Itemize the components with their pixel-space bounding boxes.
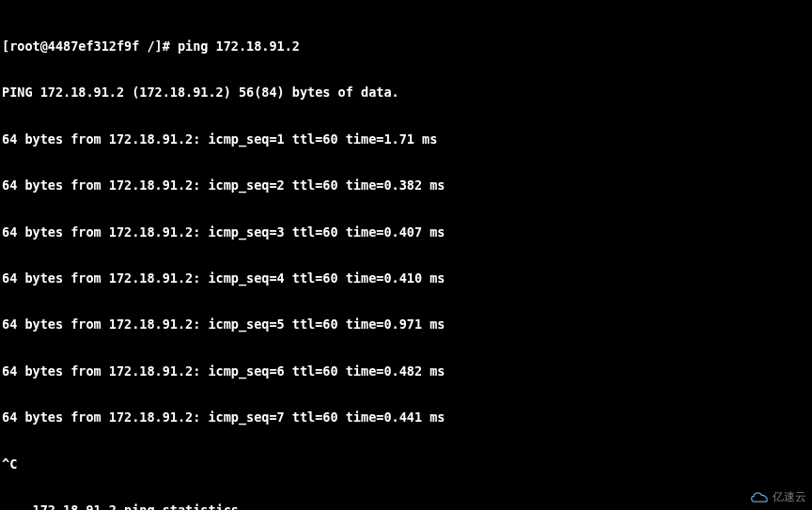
terminal-output[interactable]: [root@4487ef312f9f /]# ping 172.18.91.2 … bbox=[0, 8, 812, 510]
terminal-line: ^C bbox=[2, 456, 812, 471]
terminal-line: 64 bytes from 172.18.91.2: icmp_seq=6 tt… bbox=[2, 363, 812, 379]
terminal-line: 64 bytes from 172.18.91.2: icmp_seq=7 tt… bbox=[2, 410, 812, 425]
terminal-line: 64 bytes from 172.18.91.2: icmp_seq=4 tt… bbox=[2, 270, 812, 286]
terminal-line: 64 bytes from 172.18.91.2: icmp_seq=1 tt… bbox=[2, 131, 812, 147]
terminal-line: PING 172.18.91.2 (172.18.91.2) 56(84) by… bbox=[2, 85, 812, 100]
terminal-line: 64 bytes from 172.18.91.2: icmp_seq=2 tt… bbox=[2, 178, 812, 193]
terminal-line: 64 bytes from 172.18.91.2: icmp_seq=3 tt… bbox=[2, 224, 812, 240]
cloud-icon bbox=[750, 491, 769, 504]
terminal-line: 64 bytes from 172.18.91.2: icmp_seq=5 tt… bbox=[2, 317, 812, 332]
watermark-text: 亿速云 bbox=[773, 490, 806, 504]
watermark: 亿速云 bbox=[750, 490, 806, 504]
terminal-line: [root@4487ef312f9f /]# ping 172.18.91.2 bbox=[2, 39, 812, 54]
terminal-line: --- 172.18.91.2 ping statistics --- bbox=[2, 502, 812, 510]
